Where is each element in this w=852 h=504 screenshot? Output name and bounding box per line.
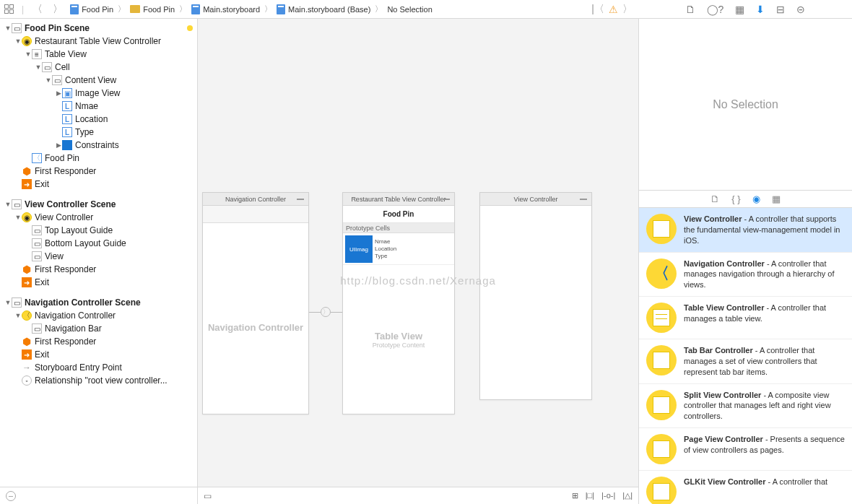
navitem-row[interactable]: 〈Food Pin [0, 152, 197, 165]
next-issue-icon[interactable]: 〉 [621, 3, 634, 16]
media-library-tab-icon[interactable]: ▦ [772, 194, 781, 204]
exit-icon: ➜ [22, 277, 32, 287]
scene-title: Navigation Controller [225, 196, 286, 203]
library-item-icon [646, 477, 677, 504]
library-item-text: Tab Bar Controller - A controller that m… [684, 345, 845, 378]
view-row[interactable]: ▭View [0, 250, 197, 263]
identity-inspector-icon[interactable]: ▦ [735, 4, 744, 15]
object-library-list[interactable]: View Controller - A controller that supp… [639, 208, 852, 504]
exit-icon: ➜ [22, 179, 32, 189]
navctrl-placeholder: Navigation Controller [203, 223, 308, 431]
size-inspector-icon[interactable]: ⊟ [776, 4, 785, 15]
library-item[interactable]: 〈Navigation Controller - A controller th… [639, 253, 852, 297]
toggle-outline-icon[interactable]: ▭ [204, 491, 212, 501]
vc-row[interactable]: ▼〈Navigation Controller [0, 309, 197, 322]
layoutguide-row[interactable]: ▭Bottom Layout Guide [0, 237, 197, 250]
contentview-row[interactable]: ▼▭Content View [0, 74, 197, 87]
view-controller-scene[interactable]: View Controller [479, 192, 592, 400]
file-inspector-icon[interactable]: 🗋 [685, 4, 695, 15]
vc-icon: ◉ [22, 212, 32, 222]
code-snippet-tab-icon[interactable]: { } [731, 194, 740, 204]
scene-row[interactable]: ▼▭View Controller Scene [0, 198, 197, 211]
label-row[interactable]: LType [0, 126, 197, 139]
breadcrumb-item[interactable]: No Selection [387, 5, 432, 14]
library-item-text: Table View Controller - A controller tha… [684, 303, 845, 333]
object-library-tab-icon[interactable]: ◉ [752, 194, 760, 204]
label-icon: L [62, 101, 72, 111]
stack-icon[interactable]: ⊞ [572, 491, 578, 500]
firstresponder-row[interactable]: ⬢First Responder [0, 165, 197, 178]
label-icon: L [62, 114, 72, 124]
label-row[interactable]: LLocation [0, 113, 197, 126]
table-view-controller-scene[interactable]: Restaurant Table View Controller Food Pi… [342, 192, 455, 414]
inspector-selector-bar: 🗋 ◯? ▦ ⬇ ⊟ ⊝ [638, 0, 852, 19]
segue[interactable]: 〉 [309, 306, 342, 318]
warning-icon[interactable]: ⚠ [609, 4, 618, 15]
connections-inspector-icon[interactable]: ⊝ [796, 4, 805, 15]
scene-icon: ▭ [12, 199, 22, 209]
library-item[interactable]: View Controller - A controller that supp… [639, 208, 852, 253]
exit-row[interactable]: ➜Exit [0, 178, 197, 191]
firstresponder-row[interactable]: ⬢First Responder [0, 263, 197, 276]
label-icon: L [62, 127, 72, 137]
align-icon[interactable]: |□| [586, 491, 594, 500]
attributes-inspector-icon[interactable]: ⬇ [756, 4, 765, 15]
segue-icon: 〉 [321, 307, 331, 317]
navbar-row[interactable]: ▭Navigation Bar [0, 322, 197, 335]
library-item[interactable]: Tab Bar Controller - A controller that m… [639, 339, 852, 384]
filter-icon[interactable] [6, 491, 16, 501]
breadcrumb[interactable]: Food Pin 〉 Food Pin 〉 Main.storyboard 〉 … [70, 4, 432, 14]
vc-row[interactable]: ▼◉View Controller [0, 211, 197, 224]
label-row[interactable]: LNmae [0, 100, 197, 113]
breadcrumb-item[interactable]: Main.storyboard (Base) [288, 5, 370, 14]
layoutguide-row[interactable]: ▭Top Layout Guide [0, 224, 197, 237]
library-item[interactable]: GLKit View Controller - A controller tha… [639, 471, 852, 504]
outline-filter-bar[interactable] [0, 487, 197, 504]
scene-icon: ▭ [12, 23, 22, 33]
prev-issue-icon[interactable]: |〈 [590, 3, 606, 16]
tableview-row[interactable]: ▼≡Table View [0, 48, 197, 61]
library-item-icon: 〈 [646, 258, 677, 289]
library-item-icon [646, 434, 677, 464]
library-item-text: View Controller - A controller that supp… [684, 214, 845, 246]
resolve-icon[interactable]: |△| [622, 491, 633, 500]
exit-row[interactable]: ➜Exit [0, 276, 197, 289]
entrypoint-row[interactable]: →Storyboard Entry Point [0, 361, 197, 374]
library-item-text: Split View Controller - A composite view… [684, 390, 845, 422]
nav-back-icon[interactable]: 〈 [31, 3, 44, 16]
file-template-tab-icon[interactable]: 🗋 [710, 194, 720, 204]
scene-row[interactable]: ▼▭Food Pin Scene [0, 22, 197, 35]
navigation-controller-scene[interactable]: Navigation Controller Navigation Control… [202, 192, 309, 414]
pin-icon[interactable]: |-o-| [601, 491, 615, 500]
breadcrumb-item[interactable]: Food Pin [82, 5, 113, 14]
library-item-text: GLKit View Controller - A controller tha… [684, 477, 827, 504]
constraints-icon [62, 140, 72, 150]
library-item-icon [646, 345, 677, 375]
relationship-row[interactable]: ◦Relationship "root view controller... [0, 374, 197, 387]
library-item-icon [646, 303, 677, 333]
library-item[interactable]: Table View Controller - A controller tha… [639, 297, 852, 339]
prototype-cell[interactable]: UIImag Nmae Location Type [343, 233, 454, 265]
utilities-panel: No Selection 🗋 { } ◉ ▦ View Controller -… [638, 19, 852, 504]
constraints-row[interactable]: ▶Constraints [0, 139, 197, 152]
cell-row[interactable]: ▼▭Cell [0, 61, 197, 74]
inspector-empty-state: No Selection [639, 19, 852, 191]
firstresponder-row[interactable]: ⬢First Responder [0, 335, 197, 348]
breadcrumb-item[interactable]: Food Pin [143, 5, 175, 14]
library-item[interactable]: Page View Controller - Presents a sequen… [639, 428, 852, 471]
library-item[interactable]: Split View Controller - A composite view… [639, 384, 852, 429]
exit-row[interactable]: ➜Exit [0, 348, 197, 361]
related-items-icon[interactable] [4, 4, 14, 14]
tableview-placeholder: Table View [375, 331, 422, 342]
breadcrumb-item[interactable]: Main.storyboard [203, 5, 260, 14]
vc-row[interactable]: ▼◉Restaurant Table View Controller [0, 35, 197, 48]
nav-title: Food Pin [343, 206, 454, 223]
storyboard-canvas[interactable]: http://blog.csdn.net/Xernaga Navigation … [198, 19, 638, 504]
quick-help-icon[interactable]: ◯? [707, 4, 724, 15]
imageview-row[interactable]: ▶▣Image View [0, 87, 197, 100]
scene-title: Restaurant Table View Controller [351, 196, 445, 203]
cell-icon: ▭ [42, 62, 52, 72]
proto-imageview: UIImag [345, 235, 373, 263]
scene-row[interactable]: ▼▭Navigation Controller Scene [0, 296, 197, 309]
nav-forward-icon[interactable]: 〉 [51, 3, 64, 16]
